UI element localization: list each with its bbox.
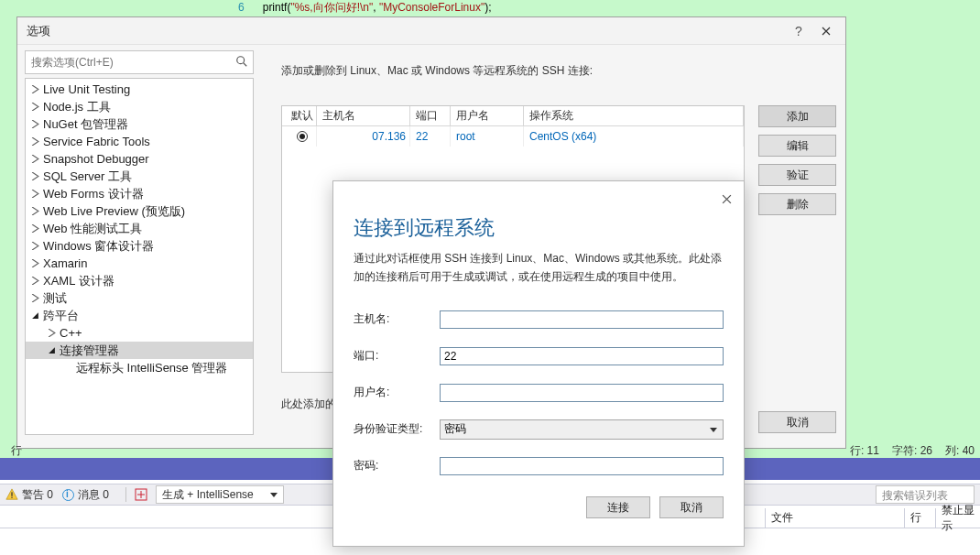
panel-description: 添加或删除到 Linux、Mac 或 Windows 等远程系统的 SSH 连接… (265, 50, 836, 86)
search-input[interactable] (25, 50, 254, 74)
tree-item[interactable]: Node.js 工具 (26, 98, 253, 115)
cancel-button[interactable]: 取消 (659, 496, 724, 518)
tree-item[interactable]: XAML 设计器 (26, 272, 253, 289)
svg-rect-2 (11, 492, 12, 495)
host-input[interactable] (440, 310, 724, 329)
password-input[interactable] (440, 457, 724, 475)
tree-item[interactable]: Web 性能测试工具 (26, 220, 253, 237)
table-row[interactable]: 07.136 22 root CentOS (x64) (282, 126, 744, 147)
tree-item[interactable]: Web Live Preview (预览版) (26, 202, 253, 220)
error-search-input[interactable]: 搜索错误列表 (876, 485, 975, 504)
status-right: 行: 11 字符: 26 列: 40 (850, 443, 975, 459)
svg-rect-3 (11, 497, 12, 498)
tree-item[interactable]: Windows 窗体设计器 (26, 237, 253, 255)
user-input[interactable] (440, 384, 724, 402)
radio-selected-icon[interactable] (297, 131, 308, 142)
tree-item[interactable]: 测试 (26, 289, 253, 307)
host-label: 主机名: (354, 311, 440, 327)
auth-type-select[interactable]: 密码 (440, 419, 724, 440)
tree-item[interactable]: Live Unit Testing (26, 81, 253, 98)
port-label: 端口: (354, 348, 440, 364)
help-icon[interactable]: ? (785, 21, 812, 41)
tree-item[interactable]: 远程标头 IntelliSense 管理器 (26, 359, 253, 376)
build-icon[interactable] (134, 487, 148, 502)
port-input[interactable] (440, 347, 724, 365)
tree-item-connection-manager[interactable]: 连接管理器 (26, 342, 253, 359)
cancel-button[interactable]: 取消 (758, 411, 836, 433)
close-icon[interactable] (716, 189, 736, 209)
tree-item[interactable]: Web Forms 设计器 (26, 185, 253, 202)
svg-point-0 (237, 57, 245, 64)
user-label: 用户名: (354, 385, 440, 400)
tree-item-expanded[interactable]: 跨平台 (26, 307, 253, 324)
add-button[interactable]: 添加 (758, 105, 836, 127)
chevron-down-icon (29, 310, 40, 321)
tree-item[interactable]: Service Fabric Tools (26, 133, 253, 150)
search-icon[interactable] (235, 55, 248, 71)
tree-item[interactable]: Xamarin (26, 255, 253, 272)
chevron-down-icon (46, 345, 57, 356)
info-icon (62, 489, 74, 501)
password-label: 密码: (354, 458, 440, 473)
tree-item[interactable]: SQL Server 工具 (26, 168, 253, 185)
tree-item[interactable]: NuGet 包管理器 (26, 115, 253, 133)
status-left: 行 (11, 443, 22, 459)
dialog-titlebar[interactable]: 选项 ? (17, 17, 845, 45)
verify-button[interactable]: 验证 (758, 164, 836, 186)
chevron-right-icon (29, 84, 40, 95)
tree-item[interactable]: C++ (26, 324, 253, 342)
warnings-badge[interactable]: 警告 0 (5, 487, 53, 503)
close-icon[interactable] (812, 21, 840, 41)
remote-dialog-title: 连接到远程系统 (333, 181, 744, 249)
svg-line-1 (244, 63, 247, 67)
remote-dialog-description: 通过此对话框使用 SSH 连接到 Linux、Mac、Windows 或其他系统… (333, 249, 744, 287)
tree-item[interactable]: Snapshot Debugger (26, 150, 253, 168)
dialog-title: 选项 (23, 23, 785, 39)
table-header: 默认 主机名 端口 用户名 操作系统 (282, 106, 744, 126)
delete-button[interactable]: 删除 (758, 193, 836, 215)
options-tree[interactable]: Live Unit Testing Node.js 工具 NuGet 包管理器 … (25, 78, 254, 435)
auth-label: 身份验证类型: (354, 421, 440, 437)
connect-remote-dialog: 连接到远程系统 通过此对话框使用 SSH 连接到 Linux、Mac、Windo… (332, 180, 745, 547)
editor-code-line: 6 printf("%s,向你问好!\n", "MyConsoleForLinu… (0, 0, 980, 16)
build-filter-select[interactable]: 生成 + IntelliSense (156, 485, 284, 504)
connect-button[interactable]: 连接 (586, 496, 650, 518)
messages-badge[interactable]: 消息 0 (62, 487, 109, 503)
edit-button[interactable]: 编辑 (758, 135, 836, 157)
